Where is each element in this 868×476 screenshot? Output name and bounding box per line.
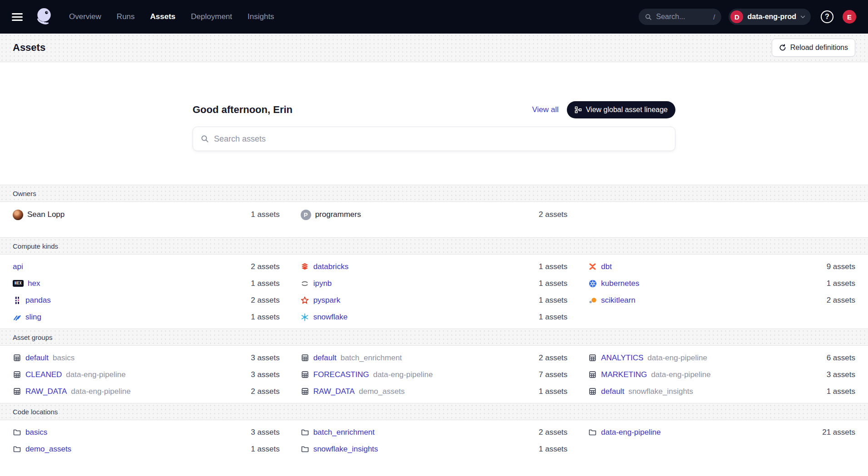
compute-kind-link[interactable]: snowflake xyxy=(313,313,348,322)
chevron-down-icon xyxy=(800,15,805,19)
code-location-link[interactable]: snowflake_insights xyxy=(313,445,378,454)
asset-group-link[interactable]: default xyxy=(313,353,337,363)
asset-group-link[interactable]: FORECASTING xyxy=(313,370,369,379)
nav-runs[interactable]: Runs xyxy=(117,12,135,21)
asset-count: 1 assets xyxy=(827,387,855,396)
search-icon xyxy=(201,135,209,143)
dbt-icon xyxy=(588,262,597,271)
dagster-logo[interactable] xyxy=(35,7,54,26)
asset-group-link[interactable]: RAW_DATA xyxy=(313,387,355,396)
reload-definitions-label: Reload definitions xyxy=(790,44,848,52)
global-search[interactable]: / xyxy=(639,9,721,25)
user-avatar[interactable]: E xyxy=(843,10,856,24)
compute-kind-link[interactable]: databricks xyxy=(313,262,348,271)
view-global-asset-lineage-button[interactable]: View global asset lineage xyxy=(567,101,675,118)
compute-kind-link[interactable]: dbt xyxy=(601,262,612,271)
global-search-input[interactable] xyxy=(656,13,709,21)
hero: Good afternoon, Erin View all View globa… xyxy=(193,101,675,151)
asset-search-box[interactable] xyxy=(193,127,675,151)
compute-kind-link[interactable]: scikitlearn xyxy=(601,296,635,305)
compute-kind-cell: kubernetes 1 assets xyxy=(588,275,855,292)
compute-kind-link[interactable]: hex xyxy=(28,279,40,288)
reload-definitions-button[interactable]: Reload definitions xyxy=(772,39,855,57)
nav-assets[interactable]: Assets xyxy=(150,12,176,21)
code-location-cell: demo_assets 1 assets xyxy=(13,441,280,457)
nav-overview[interactable]: Overview xyxy=(69,12,101,21)
asset-group-cell: FORECASTING data-eng-pipeline 7 assets xyxy=(301,366,568,383)
nav-insights[interactable]: Insights xyxy=(248,12,274,21)
asset-count: 2 assets xyxy=(251,296,279,305)
asset-group-link[interactable]: ANALYTICS xyxy=(601,353,643,363)
asset-count: 1 assets xyxy=(539,296,567,305)
compute-kind-link[interactable]: kubernetes xyxy=(601,279,639,288)
pandas-icon xyxy=(13,296,21,304)
asset-group-cell: default batch_enrichment 2 assets xyxy=(301,349,568,366)
folder-icon xyxy=(301,428,309,437)
compute-kind-link[interactable]: sling xyxy=(25,313,41,322)
compute-kind-cell: pyspark 1 assets xyxy=(301,292,568,309)
asset-group-cell: MARKETING data-eng-pipeline 3 assets xyxy=(588,366,855,383)
kubernetes-icon xyxy=(588,279,597,288)
folder-icon xyxy=(13,445,21,453)
asset-group-icon xyxy=(588,387,597,396)
code-locations-section-header: Code locations xyxy=(0,403,868,420)
asset-count: 3 assets xyxy=(251,428,279,437)
nav-deployment[interactable]: Deployment xyxy=(191,12,232,21)
code-location-link[interactable]: data-eng-pipeline xyxy=(601,428,660,437)
compute-kind-cell: snowflake 1 assets xyxy=(301,309,568,325)
owner-link[interactable]: programmers xyxy=(315,210,361,219)
asset-count: 1 assets xyxy=(539,313,567,322)
asset-group-suffix: data-eng-pipeline xyxy=(71,387,130,396)
asset-count: 2 assets xyxy=(251,262,279,271)
asset-count: 2 assets xyxy=(539,428,567,437)
asset-count: 2 assets xyxy=(539,353,567,363)
code-locations-section-label: Code locations xyxy=(13,408,58,416)
asset-count: 1 assets xyxy=(539,262,567,271)
owners-section-label: Owners xyxy=(13,190,36,197)
code-location-link[interactable]: demo_assets xyxy=(25,445,71,454)
compute-kind-cell: databricks 1 assets xyxy=(301,258,568,275)
hamburger-menu-icon[interactable] xyxy=(12,13,23,21)
asset-group-suffix: basics xyxy=(53,353,74,363)
owners-rows: Sean Lopp 1 assets P programmers 2 asset… xyxy=(0,202,868,237)
code-location-cell: batch_enrichment 2 assets xyxy=(301,424,568,441)
compute-kind-link[interactable]: ipynb xyxy=(313,279,332,288)
owner-link[interactable]: Sean Lopp xyxy=(27,210,64,219)
asset-group-cell: RAW_DATA demo_assets 1 assets xyxy=(301,383,568,400)
compute-kind-link[interactable]: api xyxy=(13,262,23,271)
asset-count: 21 assets xyxy=(822,428,855,437)
owners-section-header: Owners xyxy=(0,185,868,202)
asset-group-link[interactable]: MARKETING xyxy=(601,370,647,379)
asset-count: 9 assets xyxy=(827,262,855,271)
compute-kind-link[interactable]: pandas xyxy=(25,296,51,305)
asset-group-link[interactable]: default xyxy=(601,387,624,396)
help-icon[interactable]: ? xyxy=(821,10,833,23)
code-location-cell: data-eng-pipeline 21 assets xyxy=(588,424,855,441)
asset-group-link[interactable]: CLEANED xyxy=(25,370,62,379)
owner-cell: Sean Lopp 1 assets xyxy=(13,205,280,225)
asset-group-cell: CLEANED data-eng-pipeline 3 assets xyxy=(13,366,280,383)
sling-icon xyxy=(13,313,21,321)
code-location-link[interactable]: batch_enrichment xyxy=(313,428,375,437)
asset-count: 1 assets xyxy=(827,279,855,288)
page-title: Assets xyxy=(13,42,45,54)
code-location-link[interactable]: basics xyxy=(25,428,47,437)
compute-kind-link[interactable]: pyspark xyxy=(313,296,341,305)
view-all-link[interactable]: View all xyxy=(532,105,558,114)
asset-count: 2 assets xyxy=(251,387,279,396)
asset-group-suffix: data-eng-pipeline xyxy=(648,353,707,363)
asset-group-suffix: snowflake_insights xyxy=(628,387,693,396)
deployment-switcher[interactable]: D data-eng-prod xyxy=(729,9,811,25)
octopus-icon xyxy=(35,7,54,26)
asset-group-cell: default snowflake_insights 1 assets xyxy=(588,383,855,400)
assets-page: Overview Runs Assets Deployment Insights… xyxy=(0,0,868,476)
asset-group-link[interactable]: default xyxy=(25,353,49,363)
asset-group-icon xyxy=(13,387,21,396)
asset-group-icon xyxy=(13,353,21,362)
databricks-icon xyxy=(301,262,309,271)
asset-group-cell: ANALYTICS data-eng-pipeline 6 assets xyxy=(588,349,855,366)
asset-search-input[interactable] xyxy=(214,134,667,144)
asset-group-icon xyxy=(301,353,309,362)
asset-group-suffix: data-eng-pipeline xyxy=(373,370,432,379)
asset-group-link[interactable]: RAW_DATA xyxy=(25,387,67,396)
